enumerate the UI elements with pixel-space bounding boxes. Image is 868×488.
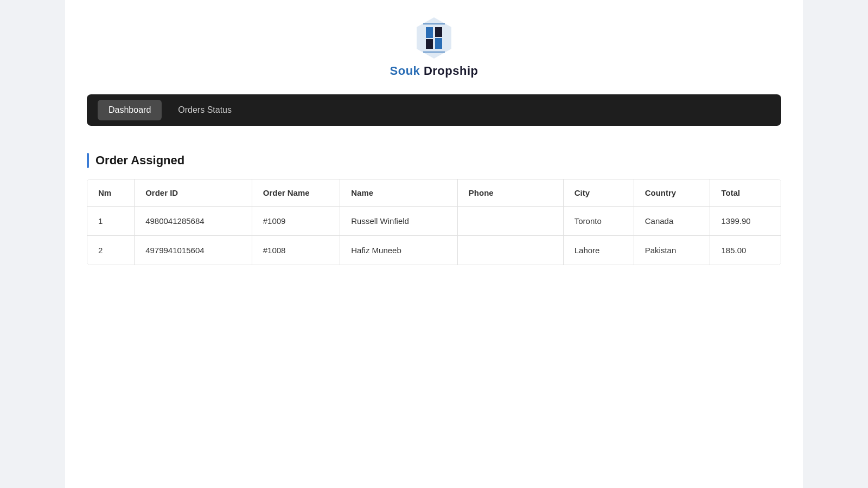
section-title-bar	[87, 153, 89, 168]
nav-bar: Dashboard Orders Status	[87, 94, 781, 126]
cell-country: Pakistan	[634, 236, 710, 265]
table-container: Nm Order ID Order Name Name Phone City C…	[87, 179, 781, 265]
cell-order-name: #1008	[252, 236, 340, 265]
table-row: 24979941015604#1008Hafiz MuneebLahorePak…	[87, 236, 781, 265]
cell-order-id: 4979941015604	[135, 236, 252, 265]
section-title: Order Assigned	[95, 153, 184, 168]
right-sidebar	[803, 0, 868, 488]
col-header-city: City	[563, 179, 634, 207]
main-content: Souk Dropship Dashboard Orders Status Or…	[65, 0, 803, 488]
cell-country: Canada	[634, 207, 710, 236]
col-header-nm: Nm	[87, 179, 135, 207]
col-header-orderid: Order ID	[135, 179, 252, 207]
cell-name: Russell Winfield	[340, 207, 458, 236]
table-header-row: Nm Order ID Order Name Name Phone City C…	[87, 179, 781, 207]
cell-order-id: 4980041285684	[135, 207, 252, 236]
cell-phone	[457, 236, 563, 265]
table-row: 14980041285684#1009Russell WinfieldToron…	[87, 207, 781, 236]
col-header-total: Total	[710, 179, 781, 207]
section-title-wrapper: Order Assigned	[87, 153, 781, 168]
col-header-name: Name	[340, 179, 458, 207]
nav-item-dashboard[interactable]: Dashboard	[98, 100, 162, 120]
left-sidebar	[0, 0, 65, 488]
orders-table: Nm Order ID Order Name Name Phone City C…	[87, 179, 781, 265]
col-header-phone: Phone	[457, 179, 563, 207]
cell-order-name: #1009	[252, 207, 340, 236]
content-area: Order Assigned Nm Order ID Order Name Na…	[65, 142, 803, 276]
logo-text: Souk Dropship	[390, 64, 478, 78]
logo-souk: Souk	[390, 64, 420, 78]
header: Souk Dropship	[65, 0, 803, 89]
cell-city: Toronto	[563, 207, 634, 236]
cell-city: Lahore	[563, 236, 634, 265]
col-header-country: Country	[634, 179, 710, 207]
table-body: 14980041285684#1009Russell WinfieldToron…	[87, 207, 781, 265]
cell-nm: 1	[87, 207, 135, 236]
cell-name: Hafiz Muneeb	[340, 236, 458, 265]
cell-phone	[457, 207, 563, 236]
col-header-ordername: Order Name	[252, 179, 340, 207]
cell-total: 1399.90	[710, 207, 781, 236]
logo-icon	[412, 16, 456, 60]
logo-dropship: Dropship	[420, 64, 478, 78]
nav-item-orders-status[interactable]: Orders Status	[167, 100, 242, 120]
cell-total: 185.00	[710, 236, 781, 265]
cell-nm: 2	[87, 236, 135, 265]
logo-container: Souk Dropship	[390, 16, 478, 78]
